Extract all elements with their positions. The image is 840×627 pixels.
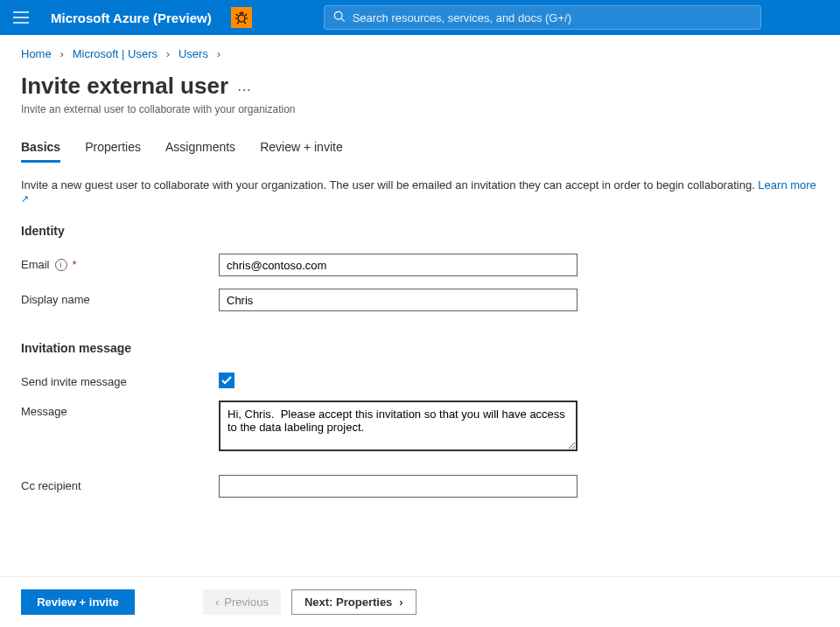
bug-icon[interactable] xyxy=(231,7,252,28)
breadcrumb-users[interactable]: Users xyxy=(178,47,208,60)
row-email: Email i * xyxy=(21,254,819,276)
more-actions-button[interactable]: ⋯ xyxy=(237,74,251,98)
tab-bar: Basics Properties Assignments Review + i… xyxy=(21,135,819,163)
row-message: Message xyxy=(21,401,819,454)
cc-label: Cc recipient xyxy=(21,475,219,492)
message-field[interactable] xyxy=(219,401,578,451)
search-input[interactable] xyxy=(353,11,752,24)
page-title-row: Invite external user ⋯ xyxy=(21,73,819,100)
required-indicator: * xyxy=(73,258,77,271)
check-icon xyxy=(221,375,232,386)
svg-point-0 xyxy=(238,15,245,22)
footer-nav-group: ‹ Previous Next: Properties › xyxy=(203,589,416,615)
tab-review-invite[interactable]: Review + invite xyxy=(260,135,343,163)
description-text: Invite a new guest user to collaborate w… xyxy=(21,178,758,192)
send-invite-label: Send invite message xyxy=(21,371,219,388)
email-label: Email i * xyxy=(21,254,219,271)
brand-title[interactable]: Microsoft Azure (Preview) xyxy=(46,10,217,25)
row-display-name: Display name xyxy=(21,289,819,311)
chevron-left-icon: ‹ xyxy=(215,596,219,609)
breadcrumb-home[interactable]: Home xyxy=(21,47,52,60)
chevron-right-icon: › xyxy=(55,47,69,60)
row-send-invite: Send invite message xyxy=(21,371,819,388)
tab-properties[interactable]: Properties xyxy=(85,135,141,163)
page-title: Invite external user xyxy=(21,73,228,100)
hamburger-menu-icon[interactable] xyxy=(7,3,35,31)
send-invite-checkbox[interactable] xyxy=(219,373,234,388)
display-name-label: Display name xyxy=(21,289,219,306)
email-field[interactable] xyxy=(219,254,578,276)
display-name-field[interactable] xyxy=(219,289,578,311)
tab-description: Invite a new guest user to collaborate w… xyxy=(21,178,819,205)
page-subtitle: Invite an external user to collaborate w… xyxy=(21,103,819,115)
tab-basics[interactable]: Basics xyxy=(21,135,60,163)
tab-assignments[interactable]: Assignments xyxy=(165,135,235,163)
content-area: Home › Microsoft | Users › Users › Invit… xyxy=(0,35,840,498)
search-icon xyxy=(333,10,346,25)
breadcrumb: Home › Microsoft | Users › Users › xyxy=(21,47,819,60)
message-label: Message xyxy=(21,401,219,418)
chevron-right-icon: › xyxy=(212,47,226,60)
cc-field[interactable] xyxy=(219,475,578,498)
previous-button: ‹ Previous xyxy=(203,589,281,615)
top-bar: Microsoft Azure (Preview) xyxy=(0,0,840,35)
row-cc: Cc recipient xyxy=(21,475,819,498)
external-link-icon: ↗ xyxy=(21,193,29,204)
next-button[interactable]: Next: Properties › xyxy=(291,589,416,615)
chevron-right-icon: › xyxy=(161,47,175,60)
search-box[interactable] xyxy=(324,5,761,30)
svg-point-1 xyxy=(334,11,342,19)
section-identity-title: Identity xyxy=(21,224,819,238)
info-icon[interactable]: i xyxy=(55,259,67,271)
search-container xyxy=(324,5,761,30)
chevron-right-icon: › xyxy=(399,596,402,609)
section-invitation-title: Invitation message xyxy=(21,341,819,355)
breadcrumb-users-root[interactable]: Microsoft | Users xyxy=(73,47,158,60)
footer-bar: Review + invite ‹ Previous Next: Propert… xyxy=(0,576,840,627)
review-invite-button[interactable]: Review + invite xyxy=(21,589,135,615)
